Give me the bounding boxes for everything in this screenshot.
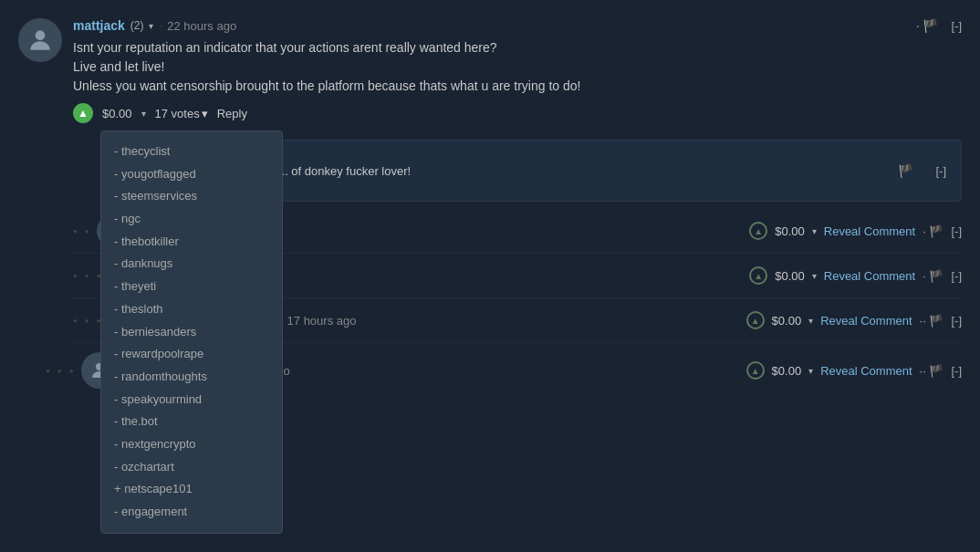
vote-item-11: - randomthoughts xyxy=(114,366,269,389)
depth-dot-b3: ● xyxy=(69,367,74,375)
comment-header: mattjack (2) ▾ · 22 hours ago · 🏴 [-] xyxy=(73,18,962,33)
bottom-amount[interactable]: $0.00 xyxy=(772,364,802,378)
vote-item-13: - the.bot xyxy=(114,411,269,433)
main-amount[interactable]: $0.00 xyxy=(102,107,132,120)
child-3-amount[interactable]: $0.00 xyxy=(772,314,802,328)
child-2-flag[interactable]: · 🏴 xyxy=(923,269,944,283)
child-3-timestamp: 17 hours ago xyxy=(287,314,357,328)
child-1-upvote[interactable]: ▲ xyxy=(749,222,767,240)
vote-item-7: - theyeti xyxy=(114,276,269,298)
child-1-reveal-button[interactable]: Reveal Comment xyxy=(824,224,915,238)
separator: · xyxy=(159,21,162,31)
main-comment: mattjack (2) ▾ · 22 hours ago · 🏴 [-] Is… xyxy=(18,9,962,132)
child-2-amount-arrow[interactable]: ▾ xyxy=(812,271,817,281)
vote-item-16: + netscape101 xyxy=(114,478,269,501)
red-flag-icon[interactable]: 🏴 xyxy=(898,163,913,178)
user-icon xyxy=(26,26,55,55)
child-1-amount-arrow[interactable]: ▾ xyxy=(812,226,817,236)
username-dropdown-icon[interactable]: ▾ xyxy=(149,21,153,31)
vote-item-14: - nextgencrypto xyxy=(114,433,269,456)
upvote-button[interactable]: ▲ xyxy=(73,103,93,123)
depth-dot-2b: ● xyxy=(85,272,89,280)
votes-dropdown: - thecyclist - yougotflagged - steemserv… xyxy=(100,130,283,534)
flagged-collapse-button[interactable]: [-] xyxy=(935,164,946,178)
vote-item-8: - thesloth xyxy=(114,298,269,321)
vote-item-2: - yougotflagged xyxy=(114,163,269,186)
vote-item-3: - steemservices xyxy=(114,185,269,208)
flagged-text: berniesanders Se... of donkey fucker lov… xyxy=(185,164,883,178)
votes-label: 17 votes xyxy=(155,107,200,120)
votes-button[interactable]: 17 votes ▾ xyxy=(155,107,208,120)
svg-point-0 xyxy=(36,30,46,40)
flag-icon[interactable]: · 🏴 xyxy=(916,18,939,33)
comment-line-1: Isnt your reputation an indicator that y… xyxy=(73,38,962,57)
comment-body: mattjack (2) ▾ · 22 hours ago · 🏴 [-] Is… xyxy=(73,18,962,123)
child-3-upvote[interactable]: ▲ xyxy=(746,311,765,329)
comment-line-2: Live and let live! xyxy=(73,57,962,77)
child-3-amount-arrow[interactable]: ▾ xyxy=(808,316,813,326)
bottom-reveal-button[interactable]: Reveal Comment xyxy=(820,364,912,378)
depth-dot-2a: ● xyxy=(73,272,78,280)
vote-item-1: - thecyclist xyxy=(114,141,269,163)
bottom-amount-arrow[interactable]: ▾ xyxy=(808,366,813,376)
child-2-amount[interactable]: $0.00 xyxy=(775,269,805,283)
bottom-flag[interactable]: ·· 🏴 xyxy=(920,364,944,378)
child-3-actions: ▲ $0.00 ▾ Reveal Comment ·· 🏴 [-] xyxy=(746,311,962,329)
votes-dropdown-arrow: ▾ xyxy=(202,107,208,120)
reply-button[interactable]: Reply xyxy=(217,107,247,120)
vote-item-5: - thebotkiller xyxy=(114,231,269,254)
comment-section: mattjack (2) ▾ · 22 hours ago · 🏴 [-] Is… xyxy=(0,0,980,407)
comment-line-3: Unless you want censorship brought to th… xyxy=(73,77,962,96)
vote-item-9: - berniesanders xyxy=(114,321,269,344)
main-timestamp: 22 hours ago xyxy=(167,19,236,33)
depth-dot-1a: ● xyxy=(73,227,78,235)
child-2-collapse[interactable]: [-] xyxy=(951,269,962,283)
vote-item-4: - ngc xyxy=(114,208,269,231)
comment-actions: ▲ $0.00 ▾ 17 votes ▾ Reply - thecyclist … xyxy=(73,103,962,123)
child-1-amount[interactable]: $0.00 xyxy=(775,224,805,238)
child-2-upvote[interactable]: ▲ xyxy=(749,266,767,285)
vote-item-15: - ozchartart xyxy=(114,456,269,479)
vote-item-12: - speakyourmind xyxy=(114,389,269,411)
child-1-actions: ▲ $0.00 ▾ Reveal Comment · 🏴 [-] xyxy=(749,222,962,240)
bottom-collapse[interactable]: [-] xyxy=(951,364,962,378)
collapse-button[interactable]: [-] xyxy=(951,19,962,33)
vote-item-10: - rewardpoolrape xyxy=(114,343,269,366)
flagged-content: Se... of donkey fucker lover! xyxy=(264,164,411,178)
depth-dot-3a: ● xyxy=(73,317,78,325)
child-2-actions: ▲ $0.00 ▾ Reveal Comment · 🏴 [-] xyxy=(749,266,962,285)
comment-text: Isnt your reputation an indicator that y… xyxy=(73,38,962,96)
depth-dot-1b: ● xyxy=(85,227,89,235)
avatar xyxy=(18,18,62,62)
child-3-collapse[interactable]: [-] xyxy=(951,314,962,328)
depth-dot-b1: ● xyxy=(46,367,50,375)
child-1-flag[interactable]: · 🏴 xyxy=(923,224,944,238)
child-3-reveal-button[interactable]: Reveal Comment xyxy=(820,314,912,328)
vote-item-17: - engagement xyxy=(114,501,269,524)
bottom-actions: ▲ $0.00 ▾ Reveal Comment ·· 🏴 [-] xyxy=(746,361,962,380)
depth-dot-3b: ● xyxy=(85,317,89,325)
depth-dot-b2: ● xyxy=(57,367,62,375)
child-3-flag[interactable]: ·· 🏴 xyxy=(920,314,944,328)
amount-dropdown-icon[interactable]: ▾ xyxy=(141,109,146,119)
child-2-reveal-button[interactable]: Reveal Comment xyxy=(824,269,915,283)
vote-item-6: - danknugs xyxy=(114,253,269,276)
child-1-collapse[interactable]: [-] xyxy=(951,224,962,238)
main-rep: (2) xyxy=(130,19,144,32)
main-username[interactable]: mattjack xyxy=(73,18,125,33)
bottom-upvote[interactable]: ▲ xyxy=(746,361,765,380)
